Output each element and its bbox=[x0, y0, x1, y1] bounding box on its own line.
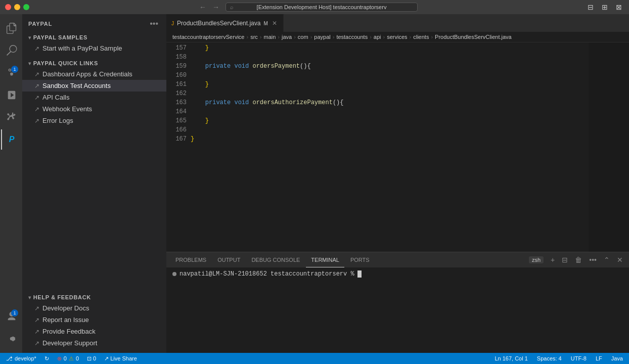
breadcrumb-item-10[interactable]: ProductBundlesServClient.java bbox=[435, 34, 512, 40]
tab-close-button[interactable]: ✕ bbox=[271, 20, 278, 27]
sidebar-item-dev-support[interactable]: ↗ Developer Support bbox=[22, 337, 166, 349]
activity-settings[interactable] bbox=[1, 329, 21, 349]
sidebar-item-dev-docs[interactable]: ↗ Developer Docs bbox=[22, 302, 166, 314]
dev-support-label: Developer Support bbox=[42, 339, 97, 347]
split-terminal-button[interactable]: ⊟ bbox=[560, 255, 570, 265]
maximize-button[interactable] bbox=[23, 4, 29, 10]
title-bar: ← → ⌕ [Extension Development Host] testa… bbox=[0, 0, 629, 14]
activity-explorer[interactable] bbox=[1, 18, 21, 38]
activity-run[interactable] bbox=[1, 85, 21, 105]
breadcrumb-item-9[interactable]: clients bbox=[413, 34, 429, 40]
add-terminal-button[interactable]: + bbox=[549, 255, 557, 265]
activity-bar: 1 P 1 bbox=[0, 14, 22, 353]
forward-arrow[interactable]: → bbox=[210, 3, 221, 11]
status-language[interactable]: Java bbox=[609, 355, 625, 361]
start-sample-item[interactable]: ↗ Start with a PayPal Sample bbox=[22, 42, 166, 54]
external-link-icon-sandbox: ↗ bbox=[34, 82, 39, 89]
status-branch[interactable]: ⎇ develop* bbox=[4, 355, 38, 362]
activity-search[interactable] bbox=[1, 40, 21, 61]
sidebar-item-webhook[interactable]: ↗ Webhook Events bbox=[22, 103, 166, 115]
address-bar-text: [Extension Development Host] testaccount… bbox=[257, 4, 387, 10]
terminal-prompt: navpatil@LM-SJN-21018652 testaccountrapt… bbox=[172, 270, 623, 278]
close-panel-button[interactable]: ✕ bbox=[615, 255, 625, 265]
status-sync[interactable]: ↻ bbox=[42, 355, 51, 362]
paypal-quicklinks-label: PAYPAL QUICK LINKS bbox=[33, 60, 98, 66]
panel-tab-debug-console[interactable]: DEBUG CONSOLE bbox=[246, 252, 305, 267]
split-icon[interactable]: ⊞ bbox=[600, 2, 610, 12]
status-line-ending[interactable]: LF bbox=[594, 355, 604, 361]
activity-paypal[interactable]: P bbox=[1, 129, 21, 150]
breadcrumb-item-5[interactable]: paypal bbox=[314, 34, 330, 40]
status-bar-left: ⎇ develop* ↻ ⊗ 0 ⚠ 0 ⊡ 0 ↗ Live Share bbox=[4, 355, 139, 362]
search-icon: ⌕ bbox=[230, 4, 234, 10]
breadcrumb-item-7[interactable]: api bbox=[374, 34, 381, 40]
error-count: 0 bbox=[64, 355, 67, 361]
breadcrumb-item-0[interactable]: testaccountraptorservService bbox=[172, 34, 244, 40]
tab-modified-indicator: M bbox=[263, 21, 267, 26]
address-bar[interactable]: ⌕ [Extension Development Host] testaccou… bbox=[226, 3, 418, 12]
external-link-icon-support: ↗ bbox=[34, 340, 39, 347]
sidebar-more-button[interactable]: ••• bbox=[148, 19, 160, 28]
sidebar-spacer bbox=[22, 128, 166, 290]
activity-bar-top: 1 P bbox=[1, 18, 21, 306]
panel-tab-terminal[interactable]: TERMINAL bbox=[306, 252, 344, 267]
sidebar-item-provide-feedback[interactable]: ↗ Provide Feedback bbox=[22, 326, 166, 337]
webhook-label: Webhook Events bbox=[42, 105, 92, 113]
paypal-samples-chevron: ▾ bbox=[28, 35, 31, 40]
close-button[interactable] bbox=[5, 4, 11, 10]
panel-tab-ports[interactable]: PORTS bbox=[345, 252, 375, 267]
sidebar-item-report-issue[interactable]: ↗ Report an Issue bbox=[22, 314, 166, 326]
status-cursor-pos[interactable]: Ln 167, Col 1 bbox=[492, 355, 529, 361]
sidebar-item-error-logs[interactable]: ↗ Error Logs bbox=[22, 115, 166, 126]
grid-icon[interactable]: ⊠ bbox=[614, 2, 624, 12]
accounts-badge: 1 bbox=[11, 309, 18, 316]
panel-tab-actions: zsh + ⊟ 🗑 ••• ⌃ ✕ bbox=[529, 255, 625, 265]
code-content[interactable]: } private void ordersPayment(){ } privat… bbox=[191, 42, 589, 252]
activity-source-control[interactable]: 1 bbox=[1, 63, 21, 83]
api-calls-label: API Calls bbox=[42, 94, 69, 101]
status-errors[interactable]: ⊗ 0 ⚠ 0 bbox=[55, 355, 81, 362]
help-chevron: ▾ bbox=[28, 295, 31, 300]
breadcrumb-item-8[interactable]: services bbox=[387, 34, 407, 40]
sidebar-item-dashboard[interactable]: ↗ Dashboard Apps & Credentials bbox=[22, 68, 166, 80]
paypal-samples-header[interactable]: ▾ PAYPAL SAMPLES bbox=[22, 32, 166, 42]
back-arrow[interactable]: ← bbox=[197, 3, 208, 11]
external-link-icon-api: ↗ bbox=[34, 94, 39, 101]
breadcrumb-item-6[interactable]: testaccounts bbox=[336, 34, 368, 40]
breadcrumb: testaccountraptorservService › src › mai… bbox=[166, 32, 629, 42]
help-feedback-header[interactable]: ▾ HELP & FEEDBACK bbox=[22, 292, 166, 302]
maximize-panel-button[interactable]: ⌃ bbox=[602, 255, 612, 265]
editor-tab-productbundles[interactable]: J ProductBundlesServClient.java M ✕ bbox=[166, 14, 284, 32]
dashboard-label: Dashboard Apps & Credentials bbox=[42, 70, 132, 78]
breadcrumb-item-4[interactable]: com bbox=[298, 34, 308, 40]
java-file-icon: J bbox=[171, 21, 174, 26]
trash-terminal-button[interactable]: 🗑 bbox=[573, 255, 584, 265]
status-ports[interactable]: ⊡ 0 bbox=[85, 355, 98, 362]
status-liveshare[interactable]: ↗ Live Share bbox=[102, 355, 139, 362]
paypal-samples-section: ▾ PAYPAL SAMPLES ↗ Start with a PayPal S… bbox=[22, 30, 166, 56]
liveshare-label: Live Share bbox=[110, 355, 137, 361]
breadcrumb-item-2[interactable]: main bbox=[263, 34, 276, 40]
status-spaces[interactable]: Spaces: 4 bbox=[535, 355, 564, 361]
breadcrumb-item-3[interactable]: java bbox=[282, 34, 292, 40]
paypal-quicklinks-chevron: ▾ bbox=[28, 61, 31, 66]
external-link-icon: ↗ bbox=[34, 45, 39, 52]
terminal-cursor bbox=[357, 270, 362, 278]
panel-tab-problems[interactable]: PROBLEMS bbox=[170, 252, 211, 267]
provide-feedback-label: Provide Feedback bbox=[42, 328, 96, 335]
activity-extensions[interactable] bbox=[1, 107, 21, 127]
sidebar-item-api-calls[interactable]: ↗ API Calls bbox=[22, 92, 166, 103]
more-terminal-button[interactable]: ••• bbox=[587, 255, 599, 265]
paypal-quicklinks-header[interactable]: ▾ PAYPAL QUICK LINKS bbox=[22, 58, 166, 68]
code-editor[interactable]: 157 158 159 160 161 162 163 164 165 166 … bbox=[166, 42, 629, 252]
panel-tab-output[interactable]: OUTPUT bbox=[212, 252, 245, 267]
activity-accounts[interactable]: 1 bbox=[1, 306, 21, 327]
breadcrumb-item-1[interactable]: src bbox=[250, 34, 258, 40]
layout-icon[interactable]: ⊟ bbox=[586, 2, 596, 12]
minimize-button[interactable] bbox=[14, 4, 20, 10]
terminal-content[interactable]: navpatil@LM-SJN-21018652 testaccountrapt… bbox=[166, 267, 629, 353]
status-encoding[interactable]: UTF-8 bbox=[569, 355, 589, 361]
sidebar-item-sandbox[interactable]: ↗ Sandbox Test Accounts bbox=[22, 80, 166, 92]
terminal-type-label: zsh bbox=[529, 256, 544, 263]
git-branch-icon: ⎇ bbox=[6, 355, 13, 362]
